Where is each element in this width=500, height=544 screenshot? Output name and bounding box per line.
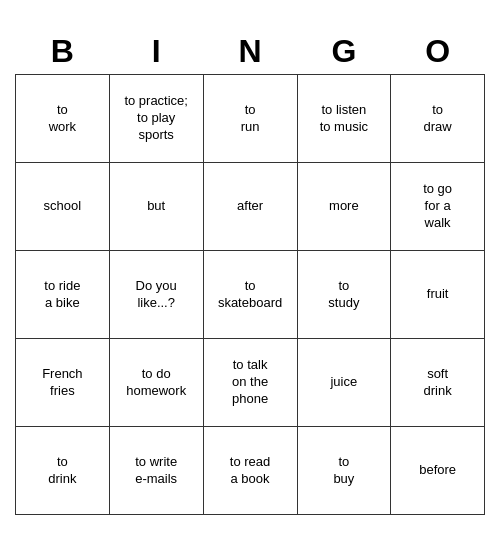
cell-text: to [432, 102, 443, 117]
cell-text: but [147, 198, 165, 213]
bingo-cell: tobuy [297, 427, 391, 515]
cell-text: draw [424, 119, 452, 134]
cell-text: study [328, 295, 359, 310]
cell-text: drink [48, 471, 76, 486]
cell-text: after [237, 198, 263, 213]
bingo-row: todrinkto writee-mailsto reada booktobuy… [16, 427, 485, 515]
bingo-cell: torun [203, 75, 297, 163]
header-cell: B [16, 29, 110, 75]
cell-text: e-mails [135, 471, 177, 486]
bingo-cell: juice [297, 339, 391, 427]
bingo-cell: but [109, 163, 203, 251]
cell-text: to do [142, 366, 171, 381]
bingo-cell: tostudy [297, 251, 391, 339]
cell-text: like...? [137, 295, 175, 310]
bingo-cell: Do youlike...? [109, 251, 203, 339]
bingo-cell: to reada book [203, 427, 297, 515]
cell-text: juice [330, 374, 357, 389]
cell-text: a bike [45, 295, 80, 310]
bingo-cell: to talkon thephone [203, 339, 297, 427]
bingo-cell: to listento music [297, 75, 391, 163]
bingo-cell: toskateboard [203, 251, 297, 339]
bingo-cell: towork [16, 75, 110, 163]
cell-text: to read [230, 454, 270, 469]
bingo-cell: school [16, 163, 110, 251]
cell-text: fruit [427, 286, 449, 301]
cell-text: sports [138, 127, 173, 142]
bingo-cell: to ridea bike [16, 251, 110, 339]
cell-text: to [57, 102, 68, 117]
cell-text: work [49, 119, 76, 134]
cell-text: fries [50, 383, 75, 398]
bingo-cell: to dohomework [109, 339, 203, 427]
bingo-row: to ridea bikeDo youlike...?toskateboardt… [16, 251, 485, 339]
cell-text: French [42, 366, 82, 381]
cell-text: drink [424, 383, 452, 398]
bingo-cell: softdrink [391, 339, 485, 427]
cell-text: homework [126, 383, 186, 398]
bingo-row: toworkto practice;to playsportstorunto l… [16, 75, 485, 163]
bingo-cell: to practice;to playsports [109, 75, 203, 163]
cell-text: run [241, 119, 260, 134]
bingo-cell: todrink [16, 427, 110, 515]
cell-text: Do you [136, 278, 177, 293]
bingo-cell: after [203, 163, 297, 251]
cell-text: skateboard [218, 295, 282, 310]
header-cell: O [391, 29, 485, 75]
cell-text: before [419, 462, 456, 477]
header-cell: G [297, 29, 391, 75]
cell-text: to talk [233, 357, 268, 372]
cell-text: to [57, 454, 68, 469]
cell-text: walk [425, 215, 451, 230]
cell-text: to [245, 278, 256, 293]
bingo-card: BINGO toworkto practice;to playsportstor… [15, 29, 485, 515]
bingo-cell: fruit [391, 251, 485, 339]
bingo-row: Frenchfriesto dohomeworkto talkon thepho… [16, 339, 485, 427]
header-cell: N [203, 29, 297, 75]
header-cell: I [109, 29, 203, 75]
cell-text: to listen [321, 102, 366, 117]
cell-text: buy [333, 471, 354, 486]
cell-text: phone [232, 391, 268, 406]
cell-text: more [329, 198, 359, 213]
cell-text: to practice; [124, 93, 188, 108]
cell-text: to [338, 278, 349, 293]
header-row: BINGO [16, 29, 485, 75]
bingo-cell: Frenchfries [16, 339, 110, 427]
cell-text: to [245, 102, 256, 117]
cell-text: to music [320, 119, 368, 134]
cell-text: on the [232, 374, 268, 389]
cell-text: to go [423, 181, 452, 196]
cell-text: soft [427, 366, 448, 381]
bingo-cell: todraw [391, 75, 485, 163]
bingo-cell: before [391, 427, 485, 515]
cell-text: to write [135, 454, 177, 469]
cell-text: school [44, 198, 82, 213]
cell-text: to [338, 454, 349, 469]
bingo-cell: more [297, 163, 391, 251]
cell-text: to play [137, 110, 175, 125]
cell-text: for a [425, 198, 451, 213]
bingo-cell: to writee-mails [109, 427, 203, 515]
bingo-cell: to gofor awalk [391, 163, 485, 251]
cell-text: to ride [44, 278, 80, 293]
bingo-row: schoolbutaftermoreto gofor awalk [16, 163, 485, 251]
cell-text: a book [231, 471, 270, 486]
